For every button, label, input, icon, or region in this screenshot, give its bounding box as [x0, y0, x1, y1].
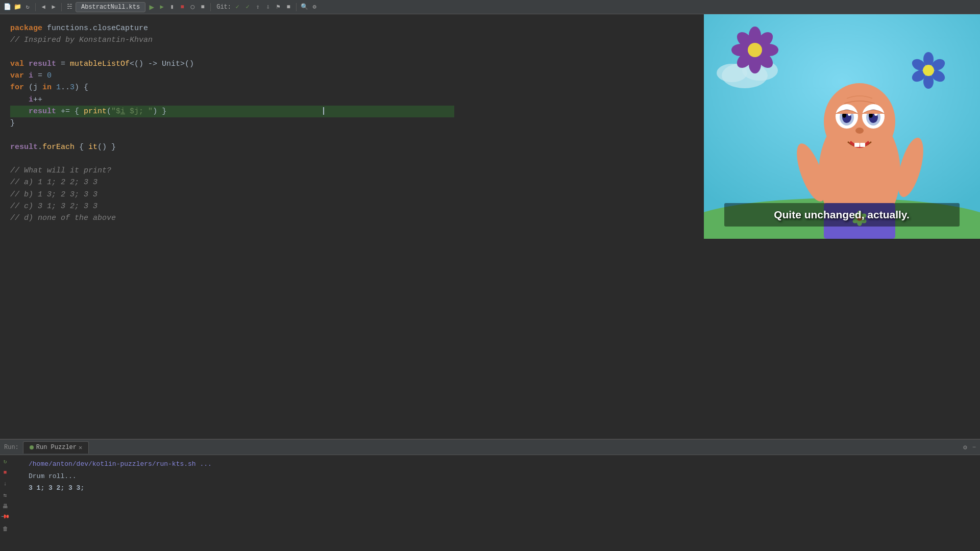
build-icon[interactable]: ☵ — [65, 3, 74, 11]
meme-image: Quite unchanged, actually. — [704, 14, 980, 239]
output-line-3: 3 1; 3 2; 3 3; — [29, 482, 980, 494]
filename-label: AbstractNull.kts — [81, 4, 140, 11]
git-check-icon[interactable]: ✓ — [233, 3, 241, 11]
terminal2-icon[interactable]: ■ — [284, 3, 292, 11]
code-line-add: result += { print("$i $j; ") } — [10, 106, 454, 117]
run-tab-label: Run Puzzler — [36, 444, 77, 451]
terminal-icon[interactable]: ■ — [199, 3, 207, 11]
output-path-text: /home/anton/dev/kotlin-puzzlers/run-kts.… — [29, 458, 980, 470]
open-file-icon[interactable]: 📁 — [13, 3, 21, 11]
svg-point-14 — [748, 43, 762, 57]
code-line-q3: // b) 1 3; 2 3; 3 3 — [10, 189, 454, 201]
code-line-pkg: package functions.closeCapture — [10, 22, 454, 34]
svg-point-42 — [855, 128, 864, 134]
code-line-blank1 — [10, 46, 454, 58]
svg-text:Quite unchanged, actually.: Quite unchanged, actually. — [774, 209, 910, 220]
toolbar-sep-2 — [61, 3, 62, 11]
refresh-icon[interactable]: ↻ — [23, 3, 32, 11]
filename-tab[interactable]: AbstractNull.kts — [76, 2, 145, 12]
output-line-1: /home/anton/dev/kotlin-puzzlers/run-kts.… — [29, 458, 980, 470]
git-pull-icon[interactable]: ⇩ — [264, 3, 272, 11]
new-file-icon[interactable]: 📄 — [3, 3, 11, 11]
code-line-q1: // What will it print? — [10, 165, 454, 177]
svg-point-21 — [923, 65, 934, 76]
coverage-icon[interactable]: ▮ — [168, 3, 176, 11]
code-line-q4: // c) 3 1; 3 2; 3 3 — [10, 201, 454, 212]
code-line-blank2 — [10, 129, 454, 141]
back-icon[interactable]: ◀ — [39, 3, 47, 11]
run-puzzler-tab[interactable]: Run Puzzler ✕ — [23, 441, 89, 454]
toolbar-sep-4 — [296, 3, 297, 11]
svg-rect-44 — [860, 143, 865, 147]
settings-icon[interactable]: ⚙ — [310, 3, 318, 11]
code-line-val: val result = mutableListOf<() -> Unit>() — [10, 58, 454, 70]
output-result-text: 3 1; 3 2; 3 3; — [29, 482, 980, 494]
code-line-foreach: result.forEach { it() } — [10, 141, 454, 153]
tab-settings-icon[interactable]: ⚙ — [963, 443, 967, 452]
pin-icon[interactable]: 📌 — [0, 512, 11, 523]
svg-rect-43 — [854, 143, 860, 147]
debug-button[interactable]: ▶ — [158, 3, 166, 11]
output-line-2: Drum roll... — [29, 470, 980, 483]
toolbar-sep-1 — [35, 3, 36, 11]
code-line-close: } — [10, 117, 454, 129]
stop-icon[interactable]: ■ — [178, 3, 186, 11]
code-line-inc: i++ — [10, 94, 454, 106]
profile-icon[interactable]: ◯ — [188, 3, 197, 11]
run-output: /home/anton/dev/kotlin-puzzlers/run-kts.… — [0, 455, 980, 497]
scroll-end-icon[interactable]: ↓ — [1, 480, 9, 488]
print-icon[interactable]: 🖶 — [1, 502, 9, 510]
code-line-blank3 — [10, 153, 454, 165]
code-line-comment1: // Inspired by Konstantin-Khvan — [10, 34, 454, 46]
run-tab-dot — [30, 445, 34, 449]
svg-point-23 — [824, 83, 895, 160]
output-drumroll-text: Drum roll... — [29, 470, 980, 483]
stop-output-icon[interactable]: ■ — [1, 468, 9, 477]
rerun-icon[interactable]: ↻ — [1, 457, 9, 465]
tab-close-icon[interactable]: ✕ — [79, 444, 82, 452]
code-line-q2: // a) 1 1; 2 2; 3 3 — [10, 177, 454, 188]
forward-icon[interactable]: ▶ — [50, 3, 58, 11]
run-tab-bar: Run: Run Puzzler ✕ ⚙ − — [0, 440, 980, 455]
code-line-q5: // d) none of the above — [10, 212, 454, 224]
wrap-icon[interactable]: ⇆ — [1, 491, 9, 499]
git-tick-icon[interactable]: ✓ — [243, 3, 252, 11]
text-cursor — [323, 107, 324, 115]
git-label: Git: — [216, 4, 231, 11]
run-button[interactable]: ▶ — [148, 3, 156, 11]
side-icons-panel: ↻ ■ ↓ ⇆ 🖶 📌 🗑 — [0, 455, 10, 533]
run-label: Run: — [4, 444, 19, 451]
vcs-icon[interactable]: ⚑ — [274, 3, 282, 11]
trash-icon[interactable]: 🗑 — [1, 524, 9, 533]
git-push-icon[interactable]: ⇧ — [254, 3, 262, 11]
code-line-var: var i = 0 — [10, 70, 454, 82]
code-line-for: for (j in 1..3) { — [10, 82, 454, 93]
panel-close-icon[interactable]: − — [972, 444, 976, 451]
toolbar: 📄 📁 ↻ ◀ ▶ ☵ AbstractNull.kts ▶ ▶ ▮ ■ ◯ ■… — [0, 0, 980, 14]
search-icon[interactable]: 🔍 — [300, 3, 308, 11]
bottom-panel: Run: Run Puzzler ✕ ⚙ − ↻ ■ ↓ ⇆ 🖶 📌 🗑 /ho… — [0, 439, 980, 551]
toolbar-sep-3 — [210, 3, 211, 11]
